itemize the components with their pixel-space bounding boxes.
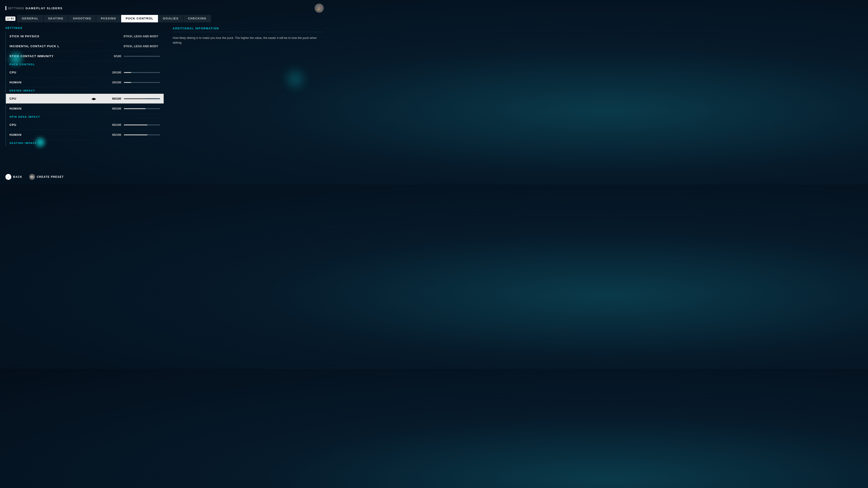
slider-spin-cpu[interactable]	[124, 125, 160, 125]
tab-l1r1[interactable]: L1 R1	[5, 17, 16, 21]
header-settings-label: SETTINGS	[8, 6, 24, 10]
slider-fill-spin-cpu	[124, 125, 147, 125]
l1-label: L1	[7, 18, 10, 20]
section-deking-impact: DEKING IMPACT	[6, 88, 164, 94]
section-puck-control: PUCK CONTROL	[6, 61, 164, 68]
setting-value-stick-in-physics: STICK, LEGS AND BODY	[123, 35, 160, 38]
slider-track-spin-cpu	[124, 125, 160, 125]
slider-fill-puck-human	[124, 82, 131, 83]
back-icon: ○	[5, 174, 11, 180]
setting-spin-deke-cpu[interactable]: CPU 65/100	[6, 120, 164, 130]
setting-deking-cpu[interactable]: CPU ◀▶ 60/100	[6, 94, 164, 104]
slider-fill-deking-cpu	[124, 98, 146, 99]
slider-fill-deking-human	[124, 108, 146, 109]
slider-deking-human[interactable]	[124, 108, 160, 109]
tab-general[interactable]: GENERAL	[17, 15, 43, 22]
header-icon: 🏒	[315, 4, 324, 13]
tab-passing[interactable]: PASSING	[96, 15, 121, 22]
setting-value-spin-cpu: 65/100	[98, 123, 121, 127]
header-left: SETTINGS GAMEPLAY SLIDERS	[5, 6, 63, 10]
setting-incidental-contact[interactable]: INCIDENTAL CONTACT PUCK L STICK, LEGS AN…	[6, 41, 164, 51]
info-text: How likely deking is to make you lose th…	[173, 36, 324, 45]
setting-puck-control-human[interactable]: HUMAN 20/100	[6, 77, 164, 88]
r3-icon: R3	[29, 174, 35, 180]
settings-panel: SETTINGS STICK IN PHYSICS STICK, LEGS AN…	[5, 25, 164, 146]
info-panel-header: ADDITIONAL INFORMATION	[173, 27, 324, 32]
r1-label: R1	[11, 18, 14, 20]
slider-deking-cpu[interactable]	[124, 98, 160, 99]
setting-value-puck-cpu: 20/100	[98, 71, 121, 74]
slider-track-deking-cpu	[124, 98, 160, 99]
create-preset-label: CREATE PRESET	[37, 175, 64, 178]
header: SETTINGS GAMEPLAY SLIDERS 🏒	[0, 0, 329, 15]
tab-puck-control[interactable]: PUCK CONTROL	[121, 15, 158, 22]
header-bar-decoration	[5, 6, 6, 10]
setting-name-spin-cpu: CPU	[9, 123, 98, 127]
tab-skating[interactable]: SKATING	[43, 15, 68, 22]
slider-fill-spin-human	[124, 134, 147, 135]
bottom-bar: ○ BACK R3 CREATE PRESET	[5, 174, 64, 180]
slider-spin-human[interactable]	[124, 134, 160, 135]
tab-bar: L1 R1 GENERAL SKATING SHOOTING PASSING P…	[0, 15, 329, 22]
header-title: GAMEPLAY SLIDERS	[26, 6, 63, 10]
setting-puck-control-cpu[interactable]: CPU 20/100	[6, 68, 164, 77]
setting-name-puck-cpu: CPU	[9, 71, 98, 74]
slider-track-puck-cpu	[124, 72, 160, 73]
setting-name-stick-in-physics: STICK IN PHYSICS	[9, 35, 123, 38]
tab-goalies[interactable]: GOALIES	[158, 15, 183, 22]
setting-name-spin-human: HUMAN	[9, 133, 98, 136]
setting-name-incidental: INCIDENTAL CONTACT PUCK L	[9, 44, 123, 48]
slider-track-stick-contact	[124, 56, 160, 57]
content-area: SETTINGS STICK IN PHYSICS STICK, LEGS AN…	[0, 25, 329, 146]
section-spin-deke: SPIN DEKE IMPACT	[6, 113, 164, 120]
slider-puck-cpu[interactable]	[124, 72, 160, 73]
create-preset-button[interactable]: R3 CREATE PRESET	[29, 174, 64, 180]
settings-list[interactable]: STICK IN PHYSICS STICK, LEGS AND BODY IN…	[5, 31, 164, 146]
setting-name-deking-human: HUMAN	[9, 107, 98, 110]
slider-fill-puck-cpu	[124, 72, 131, 73]
setting-value-stick-contact: 0/100	[98, 55, 121, 58]
setting-name-puck-human: HUMAN	[9, 80, 98, 84]
slider-track-puck-human	[124, 82, 160, 83]
back-label: BACK	[13, 175, 22, 178]
setting-value-deking-cpu: 60/100	[98, 97, 121, 100]
slider-track-deking-human	[124, 108, 160, 109]
back-button[interactable]: ○ BACK	[5, 174, 22, 180]
setting-value-incidental: STICK, LEGS AND BODY	[123, 44, 160, 48]
tab-shooting[interactable]: SHOOTING	[68, 15, 96, 22]
settings-panel-header: SETTINGS	[5, 25, 164, 31]
setting-stick-in-physics[interactable]: STICK IN PHYSICS STICK, LEGS AND BODY	[6, 31, 164, 41]
setting-value-deking-human: 60/100	[98, 107, 121, 110]
slider-track-spin-human	[124, 134, 160, 135]
setting-arrows-deking-cpu[interactable]: ◀▶	[91, 97, 96, 101]
setting-stick-contact-immunity[interactable]: STICK CONTACT IMMUNITY 0/100	[6, 51, 164, 61]
tab-checking[interactable]: CHECKING	[184, 15, 211, 22]
setting-deking-human[interactable]: HUMAN 60/100	[6, 104, 164, 113]
slider-puck-human[interactable]	[124, 82, 160, 83]
slider-stick-contact[interactable]	[124, 56, 160, 57]
setting-name-deking-cpu: CPU	[9, 97, 89, 100]
setting-value-puck-human: 20/100	[98, 80, 121, 84]
setting-value-spin-human: 65/100	[98, 133, 121, 136]
setting-spin-deke-human[interactable]: HUMAN 65/100	[6, 130, 164, 140]
section-skating-impact: SKATING IMPACT	[6, 140, 164, 146]
